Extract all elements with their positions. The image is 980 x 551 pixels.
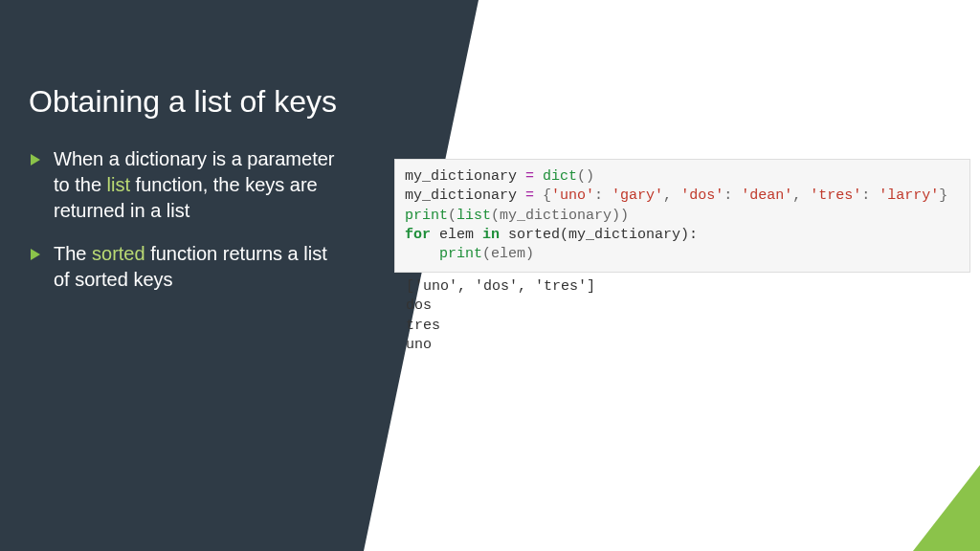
bullet-item: When a dictionary is a parameter to the … [29,146,335,224]
slide: Obtaining a list of keys When a dictiona… [0,0,980,551]
code-token: = [525,168,534,185]
code-token: } [939,187,947,204]
bullet-highlight: sorted [92,243,145,264]
code-token: elem [431,227,482,243]
code-token: sorted(my_dictionary): [500,227,698,243]
code-token: 'gary' [612,187,663,204]
code-token: ( [448,208,457,224]
bullet-highlight: list [107,174,130,195]
code-token: , [663,187,680,204]
code-token: my_dictionary [405,168,525,185]
bullet-list: When a dictionary is a parameter to the … [29,146,450,293]
code-token: : [594,187,612,204]
code-token: print [405,208,448,224]
code-token: () [577,168,594,185]
code-token: (my_dictionary)) [491,208,629,224]
code-token: , [792,187,810,204]
bullet-text: The [54,243,92,264]
code-token: dict [534,168,577,185]
code-token: { [534,187,551,204]
code-token: in [482,227,500,243]
code-token: 'tres' [810,187,861,204]
code-token: = [525,187,534,204]
code-token: list [457,208,491,224]
code-block: my_dictionary = dict() my_dictionary = {… [394,159,970,273]
code-token: print [439,246,482,262]
output-block: ['uno', 'dos', 'tres'] dos tres uno [396,272,970,361]
code-token: (elem) [482,246,534,262]
code-token: 'uno' [551,187,594,204]
code-token [405,246,439,262]
code-token: : [861,187,879,204]
code-token: 'dos' [680,187,724,204]
code-token: my_dictionary [405,187,525,204]
code-token: for [405,227,431,243]
code-token: 'dean' [741,187,792,204]
code-token: 'larry' [879,187,939,204]
code-token: : [724,187,741,204]
bullet-item: The sorted function returns a list of so… [29,241,335,293]
slide-title: Obtaining a list of keys [29,84,450,120]
corner-accent-icon [913,465,980,551]
